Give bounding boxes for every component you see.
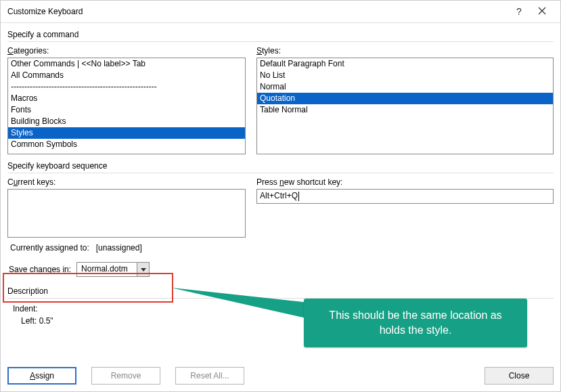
save-changes-row: Save changes in: Normal.dotm [7,259,156,280]
styles-listbox[interactable]: Default Paragraph FontNo ListNormalQuota… [256,58,554,154]
new-shortcut-input[interactable]: Alt+Ctrl+Q [256,189,554,204]
list-item[interactable]: Normal [257,81,553,93]
current-keys-label: Current keys: [7,177,246,187]
list-item[interactable]: ----------------------------------------… [8,81,245,93]
assign-button[interactable]: Assign [7,367,76,385]
list-item[interactable]: Other Commands | <<No label>> Tab [8,58,245,70]
categories-listbox[interactable]: Other Commands | <<No label>> TabAll Com… [7,58,246,154]
svg-marker-0 [171,288,309,319]
list-item[interactable]: Quotation [257,93,553,104]
specify-command-label: Specify a command [7,30,554,39]
save-changes-value: Normal.dotm [77,263,137,276]
chevron-down-icon[interactable] [137,263,149,276]
list-item[interactable]: Styles [8,127,245,139]
list-item[interactable]: Table Normal [257,104,553,116]
divider [7,173,554,173]
styles-label: Styles: [256,46,554,56]
close-window-button[interactable] [531,6,554,17]
list-item[interactable]: Common Symbols [8,139,245,150]
titlebar: Customize Keyboard ? [1,1,560,23]
currently-assigned: Currently assigned to: [unassigned] [10,243,554,253]
list-item[interactable]: Macros [8,93,245,104]
callout-bubble: This should be the same location as hold… [304,299,527,347]
current-keys-listbox[interactable] [7,189,246,238]
press-new-label: Press new shortcut key: [256,177,554,187]
callout-text-line1: This should be the same location as [320,308,511,323]
list-item[interactable]: Default Paragraph Font [257,58,553,70]
list-item[interactable]: Fonts [8,104,245,116]
list-item[interactable]: No List [257,70,553,81]
list-item[interactable]: All Commands [8,70,245,81]
categories-label: Categories: [7,46,246,56]
save-changes-label: Save changes in: [9,265,71,274]
save-changes-dropdown[interactable]: Normal.dotm [76,262,150,277]
divider [7,41,554,42]
remove-button[interactable]: Remove [91,367,160,385]
button-bar: Assign Remove Reset All... Close [7,367,554,385]
window-title: Customize Keyboard [7,7,508,16]
list-item[interactable]: Building Blocks [8,116,245,127]
callout-arrow [171,280,309,322]
close-button[interactable]: Close [485,367,554,385]
specify-sequence-label: Specify keyboard sequence [7,161,554,171]
help-button[interactable]: ? [508,6,531,17]
reset-all-button[interactable]: Reset All... [175,367,244,385]
callout-text-line2: holds the style. [320,323,511,338]
